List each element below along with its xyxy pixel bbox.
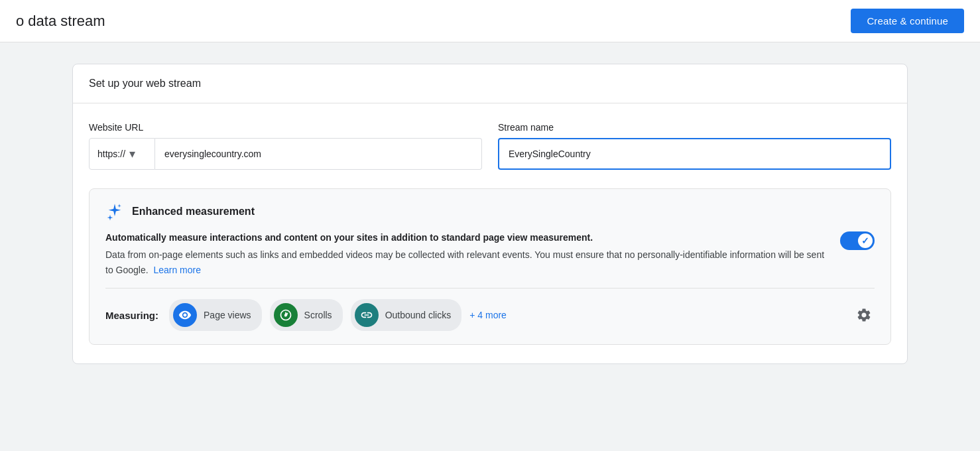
stream-name-input[interactable]: [498, 138, 891, 170]
protocol-value: https://: [97, 149, 125, 159]
outbound-clicks-label: Outbound clicks: [385, 310, 452, 320]
metric-pill-page-views: Page views: [169, 299, 262, 331]
stream-name-group: Stream name: [498, 122, 891, 170]
metric-pill-scrolls: Scrolls: [270, 299, 343, 331]
website-url-group: Website URL https:// ▾: [89, 122, 482, 170]
enhanced-text: Automatically measure interactions and c…: [105, 230, 829, 277]
toggle-check-icon: ✓: [861, 233, 869, 248]
scrolls-icon: [274, 303, 298, 327]
page-views-label: Page views: [204, 310, 251, 320]
page-title: o data stream: [16, 13, 105, 30]
stream-name-label: Stream name: [498, 122, 891, 133]
enhanced-bold-line: Automatically measure interactions and c…: [105, 230, 829, 245]
measuring-label: Measuring:: [105, 310, 158, 321]
enhanced-measurement-title: Enhanced measurement: [132, 206, 255, 218]
settings-button[interactable]: [853, 304, 875, 326]
gear-icon: [856, 307, 872, 323]
toggle-thumb: ✓: [858, 233, 873, 248]
chevron-down-icon: ▾: [129, 147, 135, 161]
card-header: Set up your web stream: [73, 64, 907, 103]
url-input[interactable]: [155, 138, 482, 170]
measuring-row: Measuring: Page views: [105, 299, 875, 331]
enhanced-secondary-text: Data from on-page elements such as links…: [105, 247, 829, 277]
learn-more-link[interactable]: Learn more: [153, 265, 201, 275]
url-input-row: https:// ▾: [89, 138, 482, 170]
enhanced-desc-row: Automatically measure interactions and c…: [105, 230, 875, 277]
enhanced-toggle-container: ✓: [840, 231, 875, 250]
website-url-label: Website URL: [89, 122, 482, 133]
form-row: Website URL https:// ▾ Stream name: [89, 122, 891, 170]
enhanced-toggle[interactable]: ✓: [840, 231, 875, 250]
protocol-dropdown[interactable]: https:// ▾: [89, 138, 155, 170]
enhanced-measurement-header: Enhanced measurement: [105, 202, 875, 221]
metric-pill-outbound-clicks: Outbound clicks: [351, 299, 462, 331]
card-body: Website URL https:// ▾ Stream name: [73, 103, 907, 363]
toggle-track: ✓: [840, 231, 875, 250]
outbound-clicks-icon: [355, 303, 379, 327]
main-content: Set up your web stream Website URL https…: [0, 42, 980, 385]
create-continue-button[interactable]: Create & continue: [851, 9, 964, 33]
setup-card: Set up your web stream Website URL https…: [72, 64, 908, 364]
page-views-icon: [173, 303, 197, 327]
sparkle-icon: [105, 202, 124, 221]
more-metrics-link[interactable]: + 4 more: [469, 310, 507, 320]
card-title: Set up your web stream: [89, 78, 201, 89]
header: o data stream Create & continue: [0, 0, 980, 42]
divider: [105, 288, 875, 289]
enhanced-measurement-box: Enhanced measurement Automatically measu…: [89, 188, 891, 345]
scrolls-label: Scrolls: [304, 310, 332, 320]
